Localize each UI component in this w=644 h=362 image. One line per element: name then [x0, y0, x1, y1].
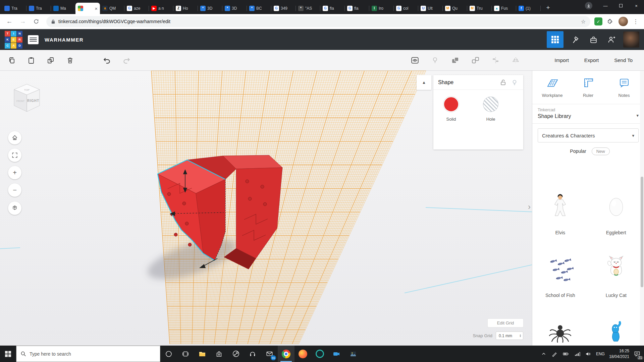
export-button[interactable]: Export — [584, 57, 599, 63]
forward-button[interactable]: → — [17, 15, 29, 27]
browser-tab[interactable]: * 3D × — [198, 3, 222, 14]
show-all-button[interactable] — [409, 55, 421, 66]
firefox-button[interactable] — [294, 346, 311, 362]
browser-tab[interactable]: G fla × — [345, 3, 369, 14]
lock-toggle-button[interactable] — [499, 78, 507, 86]
solid-option[interactable]: Solid — [442, 97, 460, 122]
cortana-button[interactable] — [160, 346, 177, 362]
category-select[interactable]: Creatures & Characters ▾ — [538, 128, 639, 142]
close-window-button[interactable]: × — [629, 0, 644, 11]
sidebar-scrollbar[interactable] — [640, 71, 644, 346]
profile-avatar[interactable] — [619, 17, 628, 26]
browser-tab[interactable]: M Qu × — [443, 3, 467, 14]
light-button[interactable] — [429, 55, 441, 66]
back-button[interactable]: ← — [3, 15, 15, 27]
viewcube-top-label[interactable]: TOP — [24, 88, 30, 92]
browser-tab[interactable]: G fla × — [320, 3, 345, 14]
shape-tile-egglebert[interactable]: Egglebert — [588, 182, 644, 235]
language-indicator[interactable]: ENG — [596, 352, 605, 356]
view-cube[interactable]: TOP FRONT RIGHT — [9, 81, 44, 116]
shape-tile-lucky-cat[interactable]: Lucky Cat — [588, 245, 644, 298]
shape-tile-elvis[interactable]: Elvis — [532, 182, 588, 235]
browser-tab[interactable]: a QM × — [100, 3, 124, 14]
browser-tab[interactable]: ▲ Fus × — [492, 3, 516, 14]
mirror-button[interactable] — [510, 55, 521, 66]
invite-people-button[interactable] — [605, 33, 618, 46]
browser-tab[interactable]: G 349 × — [271, 3, 296, 14]
extensions-puzzle-icon[interactable] — [604, 15, 616, 27]
shape-tile-partial-spider[interactable] — [532, 307, 588, 346]
new-tab-button[interactable]: + — [543, 3, 553, 12]
file-explorer-button[interactable] — [194, 346, 211, 362]
browser-tab[interactable]: G aze × — [124, 3, 149, 14]
microsoft-store-button[interactable] — [211, 346, 227, 362]
filter-popular[interactable]: Popular — [567, 147, 589, 155]
design-menu-icon[interactable] — [28, 35, 39, 44]
browser-tab[interactable]: * "AS × — [296, 3, 320, 14]
browser-tab[interactable]: I Iro × — [369, 3, 394, 14]
browser-menu-icon[interactable]: ⋮ — [631, 18, 641, 25]
hole-swatch[interactable] — [483, 97, 498, 112]
teal-app-button[interactable] — [311, 346, 328, 362]
design-title[interactable]: WARHAMMER — [45, 37, 84, 43]
browser-download-icon[interactable] — [585, 2, 592, 9]
sidebar-collapse-handle[interactable]: › — [528, 202, 531, 212]
copy-button[interactable] — [6, 55, 17, 66]
tab-close-icon[interactable]: × — [95, 6, 98, 11]
browser-tab[interactable]: × — [75, 3, 100, 14]
perspective-toggle-button[interactable] — [8, 201, 21, 215]
delete-button[interactable] — [64, 55, 76, 66]
start-button[interactable] — [0, 346, 16, 362]
tinkercad-logo[interactable]: TINKERCAD — [5, 31, 22, 49]
volume-icon[interactable] — [585, 351, 592, 357]
notes-tool[interactable]: Notes — [606, 76, 642, 98]
shape-tile-partial-blue[interactable] — [588, 307, 644, 346]
solid-swatch[interactable] — [443, 97, 459, 112]
browser-tab[interactable]: Tra × — [2, 3, 26, 14]
network-signal-icon[interactable] — [574, 351, 581, 357]
battery-icon[interactable] — [562, 351, 570, 357]
backpack-button[interactable] — [587, 33, 600, 46]
scrollbar-thumb[interactable] — [641, 177, 643, 287]
browser-tab[interactable]: f (1) × — [516, 3, 541, 14]
bookmark-star-icon[interactable]: ☆ — [581, 18, 586, 25]
browser-tab[interactable]: Ma × — [51, 3, 75, 14]
task-view-button[interactable] — [177, 346, 194, 362]
hidden-icons-chevron[interactable] — [540, 351, 547, 357]
group-button[interactable] — [449, 55, 461, 66]
shape-tile-school-of-fish[interactable]: School of Fish — [532, 245, 588, 298]
zoom-out-button[interactable]: − — [8, 183, 21, 197]
browser-tab[interactable]: * 3D × — [222, 3, 247, 14]
taskbar-clock[interactable]: 16:25 18/04/2021 — [609, 348, 629, 359]
viewcube-front-label[interactable]: FRONT — [16, 100, 25, 102]
workplane-tool[interactable]: Workplane — [534, 76, 570, 98]
stepper-icons[interactable]: ▴▾ — [520, 334, 521, 337]
tinker-axe-button[interactable] — [569, 33, 582, 46]
import-button[interactable]: Import — [554, 57, 569, 63]
undo-button[interactable] — [101, 55, 113, 66]
pen-tray-icon[interactable] — [551, 351, 558, 357]
refresh-button[interactable] — [30, 15, 42, 27]
browser-tab[interactable]: ▶ a n × — [149, 3, 173, 14]
zoom-in-button[interactable]: + — [8, 166, 21, 179]
taskbar-search[interactable] — [16, 346, 160, 362]
address-bar[interactable]: tinkercad.com/things/dtkWOGVCgqe-warhamm… — [46, 16, 590, 27]
video-app-button[interactable] — [328, 346, 345, 362]
paste-button[interactable] — [25, 55, 37, 66]
ruler-tool[interactable]: Ruler — [570, 76, 606, 98]
filter-new[interactable]: New — [592, 147, 610, 155]
action-center-button[interactable]: 21 — [634, 350, 641, 357]
browser-tab[interactable]: Tra × — [26, 3, 51, 14]
chrome-button[interactable] — [278, 346, 294, 362]
home-view-button[interactable] — [8, 131, 21, 144]
browser-tab[interactable]: U Ult × — [418, 3, 443, 14]
taskbar-search-input[interactable] — [30, 351, 156, 357]
fit-view-button[interactable] — [8, 148, 21, 162]
hide-toggle-button[interactable] — [511, 78, 519, 86]
snap-grid-select[interactable]: 0.1 mm ▴▾ — [496, 331, 523, 340]
minimize-button[interactable]: — — [598, 0, 613, 11]
library-switcher[interactable]: Tinkercad Shape Library ▾ — [532, 104, 644, 124]
send-to-button[interactable]: Send To — [614, 57, 633, 63]
photos-app-button[interactable] — [345, 346, 362, 362]
blocks-view-button[interactable] — [547, 31, 564, 48]
